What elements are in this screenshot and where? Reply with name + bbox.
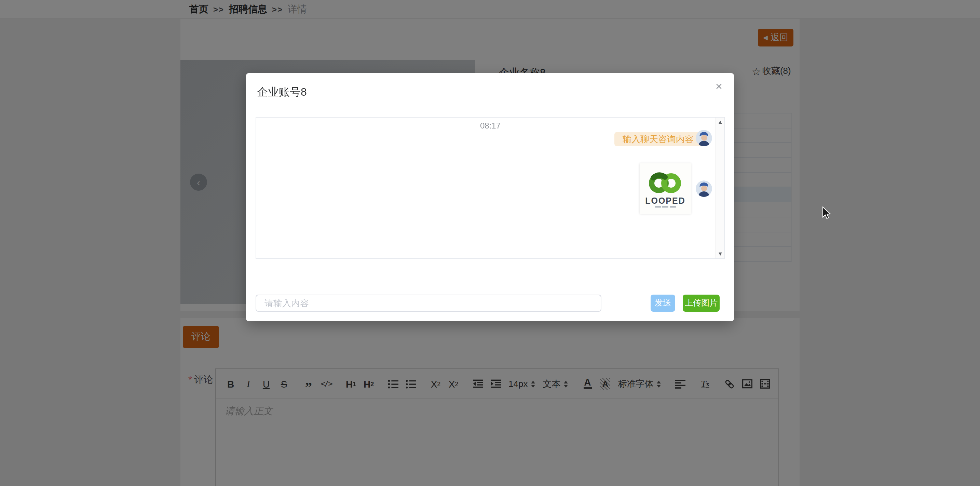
logo-text: LOOPED — [645, 196, 686, 206]
scroll-down-icon[interactable]: ▼ — [716, 251, 725, 257]
chat-scrollbar[interactable]: ▲ ▼ — [715, 118, 724, 258]
chat-dialog: 企业账号8 × 08:17 输入聊天咨询内容 LOOPED — [246, 73, 734, 321]
send-button[interactable]: 发送 — [651, 295, 675, 312]
chat-sent-image[interactable]: LOOPED — [640, 163, 691, 214]
dialog-title: 企业账号8 — [257, 86, 307, 100]
page: 首页 >> 招聘信息 >> 详情 ◀ 返回 ‹ 企业名称8 ☆ 收藏(8) — [0, 0, 980, 486]
chat-message-input[interactable] — [256, 295, 601, 312]
scroll-up-icon[interactable]: ▲ — [716, 119, 725, 125]
mouse-cursor — [822, 206, 831, 222]
chat-message-bubble: 输入聊天咨询内容 — [614, 132, 702, 146]
upload-image-button[interactable]: 上传图片 — [683, 295, 720, 312]
chat-timestamp: 08:17 — [256, 121, 724, 131]
viewport: 首页 >> 招聘信息 >> 详情 ◀ 返回 ‹ 企业名称8 ☆ 收藏(8) — [0, 0, 980, 486]
user-avatar — [696, 130, 712, 146]
close-icon[interactable]: × — [712, 80, 726, 94]
user-avatar — [696, 180, 712, 197]
chat-history-panel: 08:17 输入聊天咨询内容 LOOPED — [256, 117, 725, 259]
